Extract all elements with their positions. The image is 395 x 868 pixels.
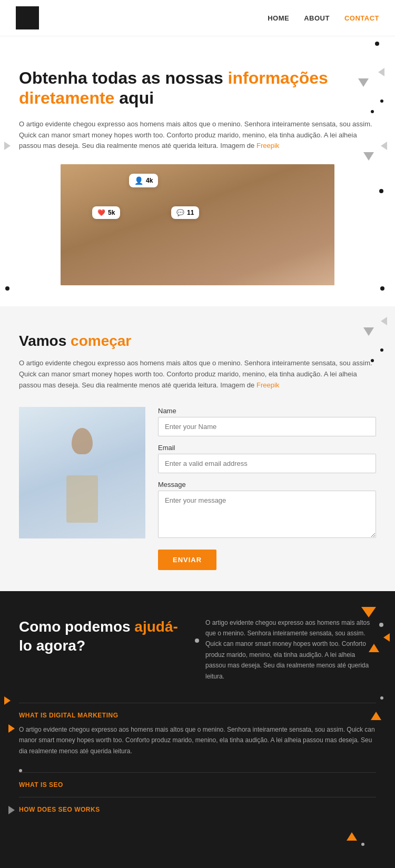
deco-dark-dot2 (380, 696, 383, 700)
deco-dark-dot1 (379, 623, 383, 627)
email-label: Email (158, 444, 376, 452)
dark-top-row: Como podemos ajudá- lo agora? O artigo e… (19, 617, 376, 682)
comments-bubble: 💬 11 (171, 206, 199, 219)
deco-dot-3 (371, 110, 374, 113)
nav-home[interactable]: HOME (268, 14, 289, 22)
faq-item-1: WHAT IS DIGITAL MARKETING O artigo evide… (19, 703, 376, 765)
nav-links: HOME ABOUT CONTACT (268, 14, 379, 22)
deco-s2-dot1 (380, 348, 383, 352)
submit-button[interactable]: ENVIAR (158, 550, 216, 570)
hero-freepik-link[interactable]: Freepik (256, 142, 279, 149)
deco-dot-4 (379, 189, 383, 193)
faq-title-3[interactable]: HOW DOES SEO WORKS (19, 806, 376, 813)
message-textarea[interactable] (158, 491, 376, 538)
section-start: Vamos começar O artigo evidente chegou e… (0, 306, 395, 591)
faq-body-1: O artigo evidente chegou expresso aos ho… (19, 724, 376, 756)
contact-image (19, 407, 145, 538)
deco-dot-6 (5, 286, 9, 291)
email-input[interactable] (158, 454, 376, 473)
dark-section: Como podemos ajudá- lo agora? O artigo e… (0, 591, 395, 868)
contact-form: Name Email Message ENVIAR (158, 407, 376, 570)
deco-arrow-left (4, 142, 11, 150)
deco-s2-tri1 (363, 327, 374, 336)
faq-item-2: WHAT IS SEO (19, 772, 376, 797)
section2-body: O artigo evidente chegou expresso aos ho… (19, 358, 376, 391)
contact-area: Name Email Message ENVIAR (19, 407, 376, 570)
form-email-group: Email (158, 444, 376, 473)
hero-heading: Obtenha todas as nossas informações dire… (19, 68, 376, 108)
deco-dark-arrow1 (383, 633, 390, 642)
deco-triangle-1 (358, 78, 369, 87)
deco-dot-1 (375, 42, 379, 46)
deco-arrow-2 (381, 142, 387, 150)
navbar: HOME ABOUT CONTACT (0, 0, 395, 36)
form-name-group: Name (158, 407, 376, 436)
deco-faq3-arrow (8, 806, 15, 814)
faq-item-3: HOW DOES SEO WORKS (19, 797, 376, 822)
deco-faq-tri (371, 712, 381, 720)
nav-about[interactable]: ABOUT (304, 14, 330, 22)
deco-bottom-dot (361, 843, 364, 846)
faq-title-2[interactable]: WHAT IS SEO (19, 781, 376, 789)
dark-heading: Como podemos ajudá- lo agora? (19, 617, 190, 656)
contact-image-inner (19, 407, 145, 538)
logo[interactable] (16, 6, 39, 29)
deco-dot-5 (380, 286, 384, 291)
faq-title-1[interactable]: WHAT IS DIGITAL MARKETING (19, 712, 376, 719)
form-message-group: Message (158, 481, 376, 540)
dark-body-text: O artigo evidente chegou expresso aos ho… (205, 617, 376, 682)
deco-s2-arrow1 (381, 317, 387, 325)
deco-arrow-1 (378, 68, 384, 76)
section2-heading: Vamos começar (19, 333, 376, 350)
faq-list: WHAT IS DIGITAL MARKETING O artigo evide… (19, 703, 376, 822)
message-label: Message (158, 481, 376, 488)
deco-triangle-2 (363, 152, 374, 161)
deco-dark-arrow-left (4, 696, 11, 705)
deco-dark-arrow-down (361, 607, 376, 617)
dark-heading-block: Como podemos ajudá- lo agora? (19, 617, 190, 682)
name-input[interactable] (158, 417, 376, 436)
hero-image-inner: 👤 4k ❤️ 5k 💬 11 (61, 164, 334, 285)
likes-bubble: ❤️ 5k (92, 206, 120, 219)
name-label: Name (158, 407, 376, 415)
nav-contact[interactable]: CONTACT (344, 14, 379, 22)
deco-faq-arrow (8, 724, 15, 733)
dark-bottom-deco (19, 822, 376, 853)
deco-bottom-tri (347, 832, 357, 841)
followers-bubble: 👤 4k (129, 174, 158, 187)
section2-freepik-link[interactable]: Freepik (256, 381, 279, 389)
faq-deco-row (19, 765, 376, 772)
hero-image: 👤 4k ❤️ 5k 💬 11 (61, 164, 334, 285)
hero-section: Obtenha todas as nossas informações dire… (0, 36, 395, 306)
hero-body: O artigo evidente chegou expresso aos ho… (19, 119, 376, 152)
deco-dot-2 (380, 99, 383, 103)
